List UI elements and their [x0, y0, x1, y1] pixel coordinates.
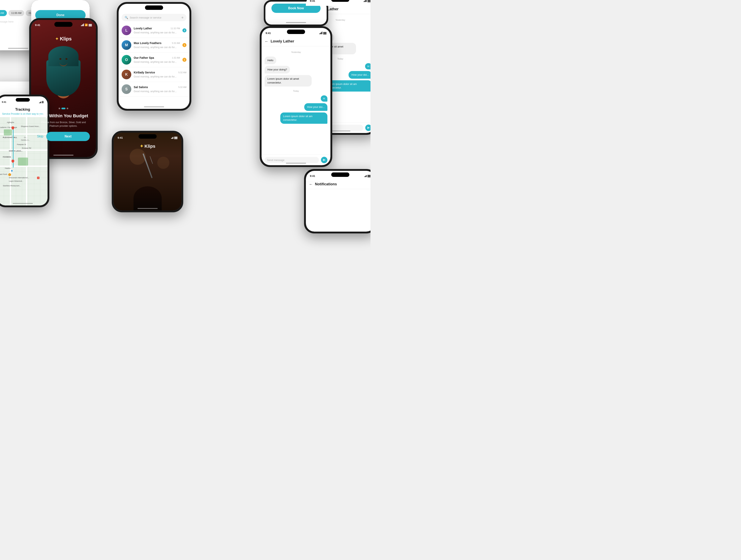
map-label-wisconsin: Wisconsin International... — [9, 177, 29, 179]
msg-preview-2: Good morning, anything we can do for... — [134, 46, 177, 49]
ll-date-yesterday: Yesterday — [265, 51, 327, 53]
status-time-barber: 9:41 — [118, 136, 123, 139]
message-item[interactable]: O Our Father Spa 1:32 AM Good morning, a… — [119, 53, 190, 67]
wifi-icon: 📶 — [85, 23, 88, 26]
message-item[interactable]: L Lovely Lather 11:32 PM Good morning, a… — [119, 23, 190, 38]
time-chip-1[interactable]: 10:00 AM — [0, 10, 7, 16]
barber-logo-text: Klips — [145, 144, 155, 149]
skip-button[interactable]: Skip — [37, 135, 43, 138]
splash-subtitle: Choose from our Bronze, Silver, Gold and… — [37, 121, 90, 128]
dot-3 — [67, 108, 68, 109]
contact-name-5: Sal Salons — [134, 85, 148, 89]
lovely-lather-name: Lovely Lather — [271, 39, 294, 44]
map-label-pleasant: PLEASANT HILL — [3, 137, 17, 139]
message-item[interactable]: M Max Lovely Feathers 5:32 AM Good morni… — [119, 38, 190, 53]
notifications-phone: 9:41 ▓▓ ← Notifications — [304, 169, 370, 233]
status-time-tracking: 9:41 — [2, 101, 6, 103]
bubble-sent-partial: H — [365, 63, 370, 69]
next-button[interactable]: Next — [46, 132, 90, 141]
message-item[interactable]: K Kirtlady Service 5:32 AM Good morning,… — [119, 67, 190, 82]
ll-bubble-1: Hello — [265, 57, 276, 64]
ll-sent-2: Lorem ipsum dolor sit am consectetur. — [280, 112, 327, 124]
badge-2: 1 — [183, 43, 187, 47]
map-label-college: Academic City College — [0, 127, 17, 129]
status-time-ll: 9:41 — [266, 31, 271, 34]
splash-phone: 9:41 📶 ▓▓ ✦ Klips — [29, 18, 98, 159]
ll-sent-1: How your doi... — [304, 103, 327, 111]
ll-date-today: Today — [265, 90, 327, 92]
msg-time-5: 5:32 AM — [179, 86, 187, 88]
msg-preview-5: Good morning, anything we can do for... — [134, 90, 177, 93]
search-action-icon: ⊕ — [182, 16, 184, 19]
msg-preview-1: Good morning, anything we can do for... — [134, 31, 177, 34]
notifications-title: Notifications — [315, 182, 337, 186]
contact-name-4: Kirtlady Service — [134, 71, 155, 74]
status-time: 9:41 — [35, 23, 40, 26]
ll-bubble-3: Lorem ipsum dolor sit amet consectetur. — [265, 75, 312, 86]
map-label-haatso: Haatso — [5, 167, 11, 169]
ll-bubble-2: How your doing? — [265, 66, 290, 73]
dot-1 — [59, 108, 60, 109]
contact-name-1: Lovely Lather — [134, 27, 152, 30]
map-label-foomog: FOOMOG — [3, 156, 11, 158]
badge-3: 1 — [183, 58, 187, 62]
splash-title: Slay Within You Budget — [37, 113, 90, 118]
map-label-pawpaw: Pawpaw St — [17, 144, 26, 146]
msg-preview-3: Good morning, anything we can do for... — [134, 61, 177, 63]
avatar-4: K — [122, 70, 131, 79]
lovely-lather-messages: Yesterday Hello How your doing? Lorem ip… — [262, 46, 330, 155]
avatar-2: M — [122, 40, 131, 50]
battery-icon: ▓▓ — [88, 24, 92, 26]
logo-star: ✦ — [55, 36, 59, 41]
contact-name-2: Max Lovely Feathers — [134, 42, 161, 45]
map-label-legon: Legon Botanical... — [9, 180, 23, 182]
map-label-starbites: Starbites Restaurant... — [3, 185, 21, 187]
msg-time-2: 5:32 AM — [172, 42, 180, 44]
msg-time-4: 5:32 AM — [179, 71, 187, 74]
contact-name-3: Our Father Spa — [134, 56, 154, 59]
lovely-lather-back[interactable]: ← — [265, 39, 269, 44]
lovely-lather-phone: 9:41 ▓▓ ← Lovely Lather — [260, 26, 332, 167]
avatar-5: S — [122, 84, 131, 94]
time-chip-2[interactable]: 11:00 AM — [8, 10, 24, 16]
message-item[interactable]: S Sal Salons 5:32 AM Good morning, anyth… — [119, 82, 190, 97]
ll-send-button[interactable] — [321, 157, 327, 163]
status-time-chat: 9:41 — [310, 0, 315, 2]
search-icon: 🔍 — [125, 16, 128, 19]
notifications-back-arrow[interactable]: ← — [309, 182, 313, 186]
msg-preview-4: Good morning, anything we can do for... — [134, 75, 177, 78]
map-label-fastfood: Fast Food... — [0, 173, 8, 175]
splash-logo-text: Klips — [60, 36, 72, 42]
map-label-agbogba: Agbogba — [7, 121, 14, 124]
send-button[interactable] — [365, 125, 370, 131]
search-input[interactable]: Search message or service — [130, 16, 180, 19]
barber-phone: 9:41 ▓▓ ✦ Klips — [112, 131, 183, 212]
map-label-ecowas: Ecowas Rd — [22, 147, 31, 149]
msg-time-1: 11:32 PM — [171, 27, 180, 29]
map-label-centre: Centre, A... — [21, 139, 30, 141]
msg-time-3: 1:32 AM — [172, 57, 180, 59]
dot-2 — [61, 108, 65, 109]
ll-sent-partial-h: H — [321, 95, 327, 102]
message-list: L Lovely Lather 11:32 PM Good morning, a… — [119, 23, 190, 109]
avatar-1: L — [122, 25, 131, 35]
bubble-sent-2: How your doi... — [348, 71, 370, 79]
ll-chat-input[interactable]: Send message — [265, 157, 319, 163]
badge-1: 3 — [183, 28, 187, 32]
map-label-north: NORTH LEGO... — [9, 150, 22, 152]
messages-phone: 🔍 Search message or service ⊕ L Lovely L… — [117, 2, 191, 111]
avatar-3: O — [122, 55, 131, 65]
status-time-notif: 9:41 — [310, 174, 315, 177]
map-label-cr: Cr... — [24, 137, 27, 139]
